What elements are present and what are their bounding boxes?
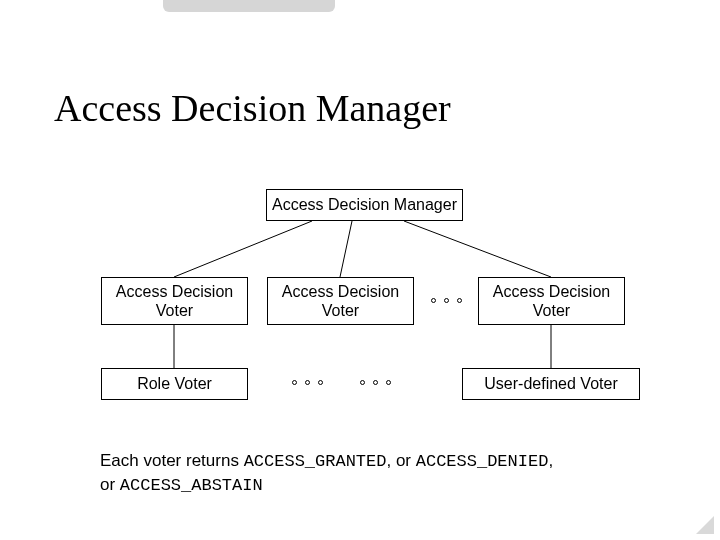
slide-title: Access Decision Manager — [54, 86, 451, 130]
caption-code-2: ACCESS_DENIED — [416, 452, 549, 471]
box-user-voter: User-defined Voter — [462, 368, 640, 400]
caption-code-1: ACCESS_GRANTED — [244, 452, 387, 471]
top-tab-shape — [163, 0, 335, 12]
box-role-voter: Role Voter — [101, 368, 248, 400]
caption-lead: Each voter returns — [100, 451, 244, 470]
box-manager: Access Decision Manager — [266, 189, 463, 221]
box-voter-2: Access Decision Voter — [267, 277, 414, 325]
box-voter-1: Access Decision Voter — [101, 277, 248, 325]
corner-fold-icon — [696, 516, 714, 534]
ellipsis-level2 — [423, 298, 469, 303]
caption-text: Each voter returns ACCESS_GRANTED, or AC… — [100, 450, 553, 498]
box-voter-3: Access Decision Voter — [478, 277, 625, 325]
ellipsis-level3-a — [284, 380, 330, 385]
caption-mid1: , or — [386, 451, 415, 470]
ellipsis-level3-b — [352, 380, 398, 385]
caption-code-3: ACCESS_ABSTAIN — [120, 476, 263, 495]
